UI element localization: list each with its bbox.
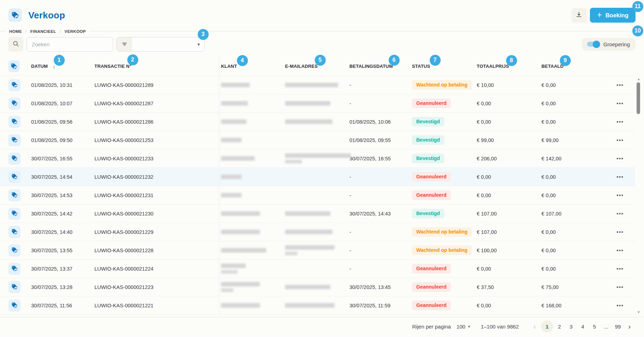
- page-button-4[interactable]: 4: [578, 320, 588, 332]
- row-tag-check-icon[interactable]: [8, 244, 21, 256]
- more-options-icon[interactable]: •••: [616, 247, 623, 253]
- prev-page-button[interactable]: ‹: [529, 320, 540, 332]
- more-options-icon[interactable]: •••: [616, 192, 623, 198]
- table-row[interactable]: 01/08/2025, 09:56 LUWIO-KAS-0000021286 0…: [0, 113, 635, 131]
- page-button-1[interactable]: 1: [541, 320, 553, 332]
- more-options-icon[interactable]: •••: [616, 137, 623, 143]
- row-tag-check-icon[interactable]: [8, 171, 21, 183]
- more-options-icon[interactable]: •••: [616, 174, 623, 180]
- table-row[interactable]: 30/07/2025, 14:40 LUWIO-KAS-0000021229 -…: [0, 223, 635, 241]
- scrollbar-thumb[interactable]: [637, 82, 640, 114]
- row-tag-check-icon[interactable]: [8, 116, 21, 128]
- breadcrumb-separator: /: [25, 29, 27, 34]
- more-options-icon[interactable]: •••: [616, 266, 623, 272]
- page-button-2[interactable]: 2: [554, 320, 565, 332]
- cell-klant: [221, 282, 285, 292]
- row-tag-check-icon[interactable]: [8, 263, 21, 275]
- row-tag-check-icon[interactable]: [8, 189, 21, 201]
- table-row[interactable]: 30/07/2025, 14:54 LUWIO-KAS-0000021232 -…: [0, 168, 635, 186]
- breadcrumb-financieel[interactable]: FINANCIEEL: [30, 29, 56, 34]
- table-row[interactable]: 30/07/2025, 11:56 LUWIO-KAS-0000021221 3…: [0, 296, 635, 315]
- more-options-icon[interactable]: •••: [616, 155, 623, 161]
- row-tag-check-icon[interactable]: [8, 208, 21, 220]
- more-options-icon[interactable]: •••: [616, 119, 623, 125]
- status-badge: Bevestigd: [412, 209, 444, 218]
- table-row[interactable]: 30/07/2025, 14:42 LUWIO-KAS-0000021230 3…: [0, 205, 635, 223]
- table-row[interactable]: 30/07/2025, 13:55 LUWIO-KAS-0000021228 -…: [0, 241, 635, 260]
- cell-totaalprijs: € 107,00: [477, 229, 541, 235]
- toggle-knob: [593, 41, 600, 48]
- more-options-icon[interactable]: •••: [616, 100, 623, 106]
- plus-icon: +: [597, 11, 602, 19]
- page-range-label: 1–100 van 9862: [481, 324, 519, 330]
- column-header-betalingsdatum[interactable]: BETALINGSDATUM: [349, 64, 412, 69]
- sort-desc-icon[interactable]: ↓: [53, 63, 56, 69]
- row-tag-check-icon[interactable]: [8, 281, 21, 293]
- row-tag-check-icon[interactable]: [8, 79, 21, 91]
- more-options-icon[interactable]: •••: [616, 211, 623, 217]
- page-button-3[interactable]: 3: [566, 320, 576, 332]
- row-tag-check-icon[interactable]: [8, 97, 21, 110]
- email-redacted-1: [285, 285, 330, 289]
- annotation-badge-6: 6: [389, 55, 400, 66]
- column-header-transactie[interactable]: TRANSACTIE N°: [94, 64, 221, 69]
- row-tag-check-icon[interactable]: [8, 134, 21, 146]
- select-all-tag-icon[interactable]: [8, 60, 19, 72]
- breadcrumb-line: [89, 31, 644, 31]
- cell-betaald: € 0,00: [541, 174, 605, 180]
- cell-klant: [221, 156, 285, 161]
- more-options-icon[interactable]: •••: [616, 82, 623, 88]
- scroll-up-icon[interactable]: ▲: [636, 77, 641, 81]
- page-button-5[interactable]: 5: [589, 320, 600, 332]
- breadcrumb-home[interactable]: HOME: [9, 29, 22, 34]
- klant-redacted-1: [221, 83, 250, 87]
- next-page-button[interactable]: ›: [624, 320, 635, 332]
- table-row[interactable]: 30/07/2025, 14:53 LUWIO-KAS-0000021231 -…: [0, 186, 635, 205]
- rows-per-page-select[interactable]: 100 ▾: [457, 324, 470, 330]
- download-button[interactable]: [572, 8, 586, 23]
- table-row[interactable]: 30/07/2025, 16:55 LUWIO-KAS-0000021233 3…: [0, 149, 635, 168]
- column-header-betaald[interactable]: BETAALD: [541, 64, 605, 69]
- more-options-icon[interactable]: •••: [616, 229, 623, 235]
- cell-betalingsdatum: -: [349, 229, 412, 235]
- row-tag-check-icon[interactable]: [8, 300, 21, 312]
- klant-redacted-1: [221, 230, 260, 234]
- email-redacted-1: [285, 303, 335, 308]
- cell-transactie: LUWIO-KAS-0000021228: [94, 248, 221, 253]
- filter-dropdown[interactable]: ▾: [116, 37, 205, 52]
- cell-transactie: LUWIO-KAS-0000021229: [94, 229, 221, 235]
- search-button[interactable]: [8, 37, 23, 52]
- row-tag-check-icon[interactable]: [8, 226, 21, 238]
- table-row[interactable]: 01/08/2025, 10:31 LUWIO-KAS-0000021289 -…: [0, 76, 635, 94]
- grouping-toggle[interactable]: [587, 42, 599, 47]
- column-header-klant[interactable]: KLANT: [221, 64, 285, 69]
- cell-totaalprijs: € 37,50: [477, 284, 541, 290]
- row-tag-check-icon[interactable]: [8, 153, 21, 165]
- table-row[interactable]: 01/08/2025, 09:50 LUWIO-KAS-0000021253 0…: [0, 131, 635, 149]
- annotation-badge-2: 2: [127, 54, 138, 65]
- cell-transactie: LUWIO-KAS-0000021253: [94, 137, 221, 143]
- table-row[interactable]: 30/07/2025, 13:28 LUWIO-KAS-0000021223 3…: [0, 278, 635, 296]
- cell-datum: 01/08/2025, 09:56: [31, 119, 94, 125]
- cell-klant: [221, 119, 285, 124]
- table-row[interactable]: 01/08/2025, 10:07 LUWIO-KAS-0000021287 -…: [0, 94, 635, 113]
- cell-transactie: LUWIO-KAS-0000021231: [94, 193, 221, 198]
- more-options-icon[interactable]: •••: [616, 284, 623, 290]
- more-options-icon[interactable]: •••: [616, 302, 623, 308]
- cell-totaalprijs: € 0,00: [477, 266, 541, 272]
- cell-transactie: LUWIO-KAS-0000021233: [94, 156, 221, 161]
- klant-redacted-1: [221, 101, 248, 106]
- table-row[interactable]: 30/07/2025, 13:37 LUWIO-KAS-0000021224 -…: [0, 260, 635, 278]
- search-input[interactable]: [27, 37, 113, 52]
- page-button-99[interactable]: 99: [613, 320, 623, 332]
- status-badge: Geannuleerd: [412, 99, 451, 108]
- status-badge: Bevestigd: [412, 117, 444, 126]
- klant-redacted-1: [221, 248, 266, 253]
- add-boeking-button[interactable]: + Boeking: [590, 8, 636, 23]
- cell-betaald: € 168,00: [541, 303, 605, 308]
- column-header-status[interactable]: STATUS: [412, 64, 477, 69]
- scroll-down-icon[interactable]: ▼: [636, 310, 641, 314]
- cell-betaald: € 0,00: [541, 82, 605, 88]
- cell-betaald: € 0,00: [541, 101, 605, 106]
- email-redacted-2: [285, 160, 302, 164]
